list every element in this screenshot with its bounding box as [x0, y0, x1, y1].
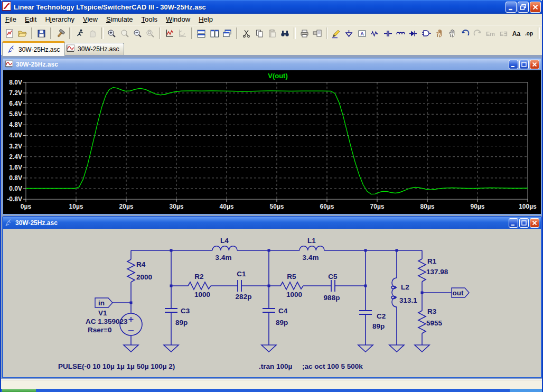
value-R1[interactable]: 137.98 [426, 268, 448, 276]
label-R3[interactable]: R3 [427, 307, 437, 315]
wire-button[interactable] [330, 27, 342, 40]
resistor-R3[interactable] [418, 311, 426, 333]
cut-button[interactable] [240, 27, 253, 40]
value2-V1[interactable]: Rser=0 [88, 326, 111, 334]
resistor-R2[interactable] [188, 282, 211, 290]
value-L4[interactable]: 3.4m [216, 254, 232, 262]
undo-button[interactable] [458, 27, 471, 40]
label-C1[interactable]: C1 [237, 270, 246, 278]
resistor-button[interactable] [369, 27, 381, 40]
inductor-button[interactable] [394, 27, 407, 40]
menu-simulate[interactable]: Simulate [102, 14, 137, 24]
run-button[interactable] [73, 27, 86, 40]
tile-vertical-button[interactable] [208, 27, 221, 40]
directive-tran[interactable]: .tran 100µ [259, 362, 292, 370]
text-button[interactable]: Aa [510, 27, 522, 40]
find-button[interactable] [279, 27, 292, 40]
minimize-button[interactable] [505, 2, 517, 13]
paste-button[interactable] [266, 27, 278, 40]
value-R3[interactable]: 5955 [426, 319, 443, 327]
label-net-button[interactable]: A [355, 27, 368, 40]
label-R2[interactable]: R2 [194, 273, 203, 281]
restore-button[interactable] [518, 2, 529, 13]
control-panel-button[interactable] [54, 27, 67, 40]
autorange-y-button[interactable] [163, 27, 176, 40]
value-C5[interactable]: 988p [324, 294, 340, 302]
label-L4[interactable]: L4 [220, 237, 229, 245]
start-button-edge[interactable] [2, 389, 36, 392]
taskbar-edge[interactable] [1, 389, 542, 392]
zoom-in-button[interactable] [106, 27, 118, 40]
inductor-L4[interactable] [212, 246, 237, 250]
redo-button[interactable] [471, 27, 484, 40]
halt-button[interactable] [86, 27, 99, 40]
value-V1[interactable]: AC 1.359023 [86, 318, 128, 325]
resistor-R5[interactable] [280, 282, 303, 290]
value-C4[interactable]: 89p [276, 319, 288, 326]
open-button[interactable] [16, 27, 29, 40]
menu-tools[interactable]: Tools [137, 14, 162, 24]
tile-horizontal-button[interactable] [195, 27, 208, 40]
label-R5[interactable]: R5 [287, 273, 296, 281]
ground-symbols[interactable] [124, 345, 429, 352]
capacitor-C1[interactable] [238, 280, 241, 292]
menu-window[interactable]: Window [162, 14, 194, 24]
minimize-button[interactable] [509, 60, 518, 69]
menu-help[interactable]: Help [194, 14, 217, 24]
move-button[interactable] [433, 27, 445, 40]
menu-file[interactable]: File [1, 14, 21, 24]
plot-settings-button[interactable] [176, 27, 189, 40]
maximize-button[interactable] [519, 218, 529, 228]
tab-schematic[interactable]: 30W-25Hz.asc [2, 41, 65, 56]
inductor-L2[interactable] [391, 278, 397, 307]
save-button[interactable] [35, 27, 48, 40]
menu-hierarchy[interactable]: Hierarchy [41, 14, 79, 24]
zoom-out-button[interactable] [131, 27, 144, 40]
print-button[interactable] [298, 27, 311, 40]
value-R2[interactable]: 1000 [194, 291, 210, 298]
net-flag-in[interactable]: in [95, 298, 113, 307]
maximize-button[interactable] [519, 60, 529, 69]
capacitor-C3[interactable] [165, 309, 177, 312]
close-button[interactable] [530, 2, 541, 13]
label-L1[interactable]: L1 [307, 237, 316, 245]
capacitor-C4[interactable] [263, 309, 275, 312]
value-C3[interactable]: 89p [175, 319, 188, 326]
rotate-button[interactable]: E∃ [497, 27, 510, 40]
waveform-plot-pane[interactable]: 0µs10µs20µs30µs40µs50µs60µs70µs80µs90µs1… [3, 70, 541, 214]
schematic-window-titlebar[interactable]: 30W-25Hz.asc [3, 217, 541, 229]
ground-button[interactable] [343, 27, 355, 40]
diode-button[interactable] [407, 27, 420, 40]
mirror-button[interactable]: Em [484, 27, 497, 40]
value-C1[interactable]: 282p [236, 293, 252, 301]
value-R4[interactable]: 2000 [136, 273, 152, 281]
label-C5[interactable]: C5 [328, 273, 338, 281]
value-R5[interactable]: 1000 [286, 291, 302, 298]
resistor-R4[interactable] [127, 259, 135, 282]
component-button[interactable] [420, 27, 433, 40]
capacitor-C2[interactable] [359, 311, 372, 314]
value-L2[interactable]: 313.1 [399, 296, 417, 304]
waveform-plot[interactable]: 0µs10µs20µs30µs40µs50µs60µs70µs80µs90µs1… [3, 70, 541, 214]
schematic-canvas[interactable]: in out R4 2000 L4 3.4m L1 3.4m R2 1000 C… [3, 229, 541, 377]
cascade-button[interactable] [221, 27, 233, 40]
copy-button[interactable] [253, 27, 266, 40]
capacitor-button[interactable] [381, 27, 394, 40]
spice-directive-button[interactable]: .op [523, 27, 536, 40]
directive-ac[interactable]: ;ac oct 100 5 500k [302, 362, 363, 370]
label-C3[interactable]: C3 [181, 307, 190, 315]
zoom-back-button[interactable] [118, 27, 131, 40]
new-schematic-button[interactable] [3, 27, 16, 40]
close-button[interactable] [530, 218, 539, 228]
label-V1[interactable]: V1 [98, 309, 107, 317]
print-preview-button[interactable] [311, 27, 323, 40]
value-L1[interactable]: 3.4m [303, 254, 319, 262]
label-R4[interactable]: R4 [136, 260, 146, 268]
directive-pulse[interactable]: PULSE(-0 10 10µ 1µ 1µ 50µ 100µ 2) [58, 362, 175, 370]
main-titlebar[interactable]: Linear Technology LTspice/SwitcherCAD II… [0, 0, 543, 14]
drag-button[interactable] [446, 27, 458, 40]
menu-view[interactable]: View [79, 14, 102, 24]
inductor-L1[interactable] [299, 246, 324, 250]
tab-waveform[interactable]: 30W-25Hz.asc [61, 43, 124, 55]
label-R1[interactable]: R1 [427, 257, 437, 265]
